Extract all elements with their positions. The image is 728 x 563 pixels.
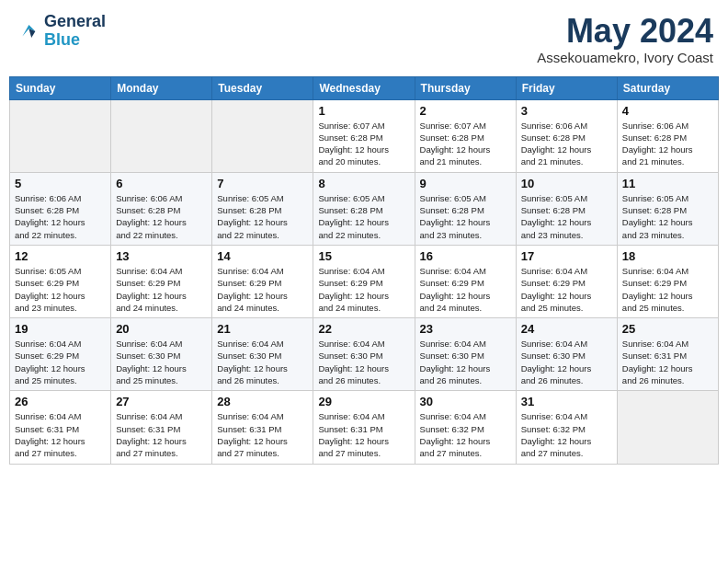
calendar-cell: 9Sunrise: 6:05 AM Sunset: 6:28 PM Daylig… (415, 172, 516, 245)
day-info: Sunrise: 6:05 AM Sunset: 6:28 PM Dayligh… (521, 192, 612, 241)
day-number: 13 (116, 249, 207, 263)
day-number: 31 (521, 395, 612, 408)
day-info: Sunrise: 6:06 AM Sunset: 6:28 PM Dayligh… (622, 120, 713, 168)
calendar-cell: 1Sunrise: 6:07 AM Sunset: 6:28 PM Daylig… (313, 99, 415, 172)
calendar-cell (212, 99, 313, 172)
calendar-cell: 31Sunrise: 6:04 AM Sunset: 6:32 PM Dayli… (516, 391, 617, 464)
month-title: May 2024 (537, 13, 713, 50)
day-info: Sunrise: 6:04 AM Sunset: 6:31 PM Dayligh… (217, 410, 308, 459)
calendar-cell (617, 391, 718, 464)
calendar-week-3: 12Sunrise: 6:05 AM Sunset: 6:29 PM Dayli… (10, 245, 719, 317)
day-info: Sunrise: 6:04 AM Sunset: 6:30 PM Dayligh… (217, 338, 308, 386)
calendar-cell: 18Sunrise: 6:04 AM Sunset: 6:29 PM Dayli… (617, 245, 718, 317)
day-info: Sunrise: 6:07 AM Sunset: 6:28 PM Dayligh… (318, 120, 409, 168)
day-number: 11 (622, 177, 713, 190)
calendar-week-2: 5Sunrise: 6:06 AM Sunset: 6:28 PM Daylig… (10, 172, 719, 245)
day-number: 9 (420, 177, 511, 190)
calendar-week-1: 1Sunrise: 6:07 AM Sunset: 6:28 PM Daylig… (10, 99, 719, 172)
weekday-header-row: SundayMondayTuesdayWednesdayThursdayFrid… (10, 76, 719, 99)
day-info: Sunrise: 6:04 AM Sunset: 6:29 PM Dayligh… (420, 265, 511, 314)
day-number: 2 (420, 104, 511, 118)
weekday-header-monday: Monday (111, 76, 212, 99)
day-number: 16 (420, 249, 511, 263)
calendar-cell (10, 99, 111, 172)
calendar-cell: 7Sunrise: 6:05 AM Sunset: 6:28 PM Daylig… (212, 172, 313, 245)
calendar-cell: 4Sunrise: 6:06 AM Sunset: 6:28 PM Daylig… (617, 99, 718, 172)
day-info: Sunrise: 6:04 AM Sunset: 6:29 PM Dayligh… (15, 338, 106, 386)
day-number: 3 (521, 104, 612, 118)
day-number: 25 (622, 322, 713, 336)
weekday-header-sunday: Sunday (10, 76, 111, 99)
day-number: 30 (420, 395, 511, 408)
day-info: Sunrise: 6:05 AM Sunset: 6:28 PM Dayligh… (217, 192, 308, 241)
calendar-cell: 30Sunrise: 6:04 AM Sunset: 6:32 PM Dayli… (415, 391, 516, 464)
day-number: 19 (15, 322, 106, 336)
title-area: May 2024 Assekouamekro, Ivory Coast (537, 13, 713, 65)
calendar-cell: 24Sunrise: 6:04 AM Sunset: 6:30 PM Dayli… (516, 318, 617, 391)
day-info: Sunrise: 6:04 AM Sunset: 6:30 PM Dayligh… (116, 338, 207, 386)
calendar-table: SundayMondayTuesdayWednesdayThursdayFrid… (9, 76, 719, 465)
calendar-cell: 17Sunrise: 6:04 AM Sunset: 6:29 PM Dayli… (516, 245, 617, 317)
day-info: Sunrise: 6:04 AM Sunset: 6:29 PM Dayligh… (116, 265, 207, 314)
calendar-week-5: 26Sunrise: 6:04 AM Sunset: 6:31 PM Dayli… (10, 391, 719, 464)
day-number: 10 (521, 177, 612, 190)
weekday-header-tuesday: Tuesday (212, 76, 313, 99)
weekday-header-thursday: Thursday (415, 76, 516, 99)
day-info: Sunrise: 6:04 AM Sunset: 6:29 PM Dayligh… (521, 265, 612, 314)
calendar-week-4: 19Sunrise: 6:04 AM Sunset: 6:29 PM Dayli… (10, 318, 719, 391)
day-info: Sunrise: 6:04 AM Sunset: 6:31 PM Dayligh… (622, 338, 713, 386)
day-info: Sunrise: 6:04 AM Sunset: 6:31 PM Dayligh… (15, 410, 106, 459)
calendar-cell: 21Sunrise: 6:04 AM Sunset: 6:30 PM Dayli… (212, 318, 313, 391)
calendar-cell: 14Sunrise: 6:04 AM Sunset: 6:29 PM Dayli… (212, 245, 313, 317)
day-info: Sunrise: 6:04 AM Sunset: 6:30 PM Dayligh… (318, 338, 409, 386)
calendar-cell: 5Sunrise: 6:06 AM Sunset: 6:28 PM Daylig… (10, 172, 111, 245)
day-number: 18 (622, 249, 713, 263)
day-number: 15 (318, 249, 409, 263)
calendar-cell: 11Sunrise: 6:05 AM Sunset: 6:28 PM Dayli… (617, 172, 718, 245)
day-number: 29 (318, 395, 409, 408)
day-number: 14 (217, 249, 308, 263)
calendar-cell: 25Sunrise: 6:04 AM Sunset: 6:31 PM Dayli… (617, 318, 718, 391)
calendar-cell: 28Sunrise: 6:04 AM Sunset: 6:31 PM Dayli… (212, 391, 313, 464)
day-number: 17 (521, 249, 612, 263)
logo-icon (15, 18, 40, 44)
calendar-cell: 10Sunrise: 6:05 AM Sunset: 6:28 PM Dayli… (516, 172, 617, 245)
calendar-cell: 13Sunrise: 6:04 AM Sunset: 6:29 PM Dayli… (111, 245, 212, 317)
day-number: 5 (15, 177, 106, 190)
day-info: Sunrise: 6:06 AM Sunset: 6:28 PM Dayligh… (15, 192, 106, 241)
page-header: General Blue May 2024 Assekouamekro, Ivo… (9, 9, 719, 69)
day-info: Sunrise: 6:06 AM Sunset: 6:28 PM Dayligh… (521, 120, 612, 168)
calendar-cell: 2Sunrise: 6:07 AM Sunset: 6:28 PM Daylig… (415, 99, 516, 172)
svg-marker-1 (28, 29, 35, 38)
day-number: 12 (15, 249, 106, 263)
day-info: Sunrise: 6:04 AM Sunset: 6:32 PM Dayligh… (521, 410, 612, 459)
day-number: 7 (217, 177, 308, 190)
day-number: 1 (318, 104, 409, 118)
weekday-header-friday: Friday (516, 76, 617, 99)
calendar-cell (111, 99, 212, 172)
calendar-cell: 3Sunrise: 6:06 AM Sunset: 6:28 PM Daylig… (516, 99, 617, 172)
day-number: 26 (15, 395, 106, 408)
day-info: Sunrise: 6:04 AM Sunset: 6:31 PM Dayligh… (318, 410, 409, 459)
calendar-cell: 22Sunrise: 6:04 AM Sunset: 6:30 PM Dayli… (313, 318, 415, 391)
calendar-cell: 19Sunrise: 6:04 AM Sunset: 6:29 PM Dayli… (10, 318, 111, 391)
calendar-cell: 27Sunrise: 6:04 AM Sunset: 6:31 PM Dayli… (111, 391, 212, 464)
calendar-cell: 8Sunrise: 6:05 AM Sunset: 6:28 PM Daylig… (313, 172, 415, 245)
day-number: 6 (116, 177, 207, 190)
calendar-cell: 15Sunrise: 6:04 AM Sunset: 6:29 PM Dayli… (313, 245, 415, 317)
day-info: Sunrise: 6:05 AM Sunset: 6:29 PM Dayligh… (15, 265, 106, 314)
day-number: 28 (217, 395, 308, 408)
weekday-header-saturday: Saturday (617, 76, 718, 99)
day-number: 4 (622, 104, 713, 118)
calendar-cell: 26Sunrise: 6:04 AM Sunset: 6:31 PM Dayli… (10, 391, 111, 464)
day-info: Sunrise: 6:06 AM Sunset: 6:28 PM Dayligh… (116, 192, 207, 241)
calendar-cell: 12Sunrise: 6:05 AM Sunset: 6:29 PM Dayli… (10, 245, 111, 317)
calendar-cell: 29Sunrise: 6:04 AM Sunset: 6:31 PM Dayli… (313, 391, 415, 464)
day-number: 21 (217, 322, 308, 336)
calendar-cell: 23Sunrise: 6:04 AM Sunset: 6:30 PM Dayli… (415, 318, 516, 391)
location-subtitle: Assekouamekro, Ivory Coast (537, 50, 713, 65)
calendar-cell: 20Sunrise: 6:04 AM Sunset: 6:30 PM Dayli… (111, 318, 212, 391)
day-number: 27 (116, 395, 207, 408)
day-info: Sunrise: 6:05 AM Sunset: 6:28 PM Dayligh… (622, 192, 713, 241)
day-info: Sunrise: 6:04 AM Sunset: 6:29 PM Dayligh… (217, 265, 308, 314)
